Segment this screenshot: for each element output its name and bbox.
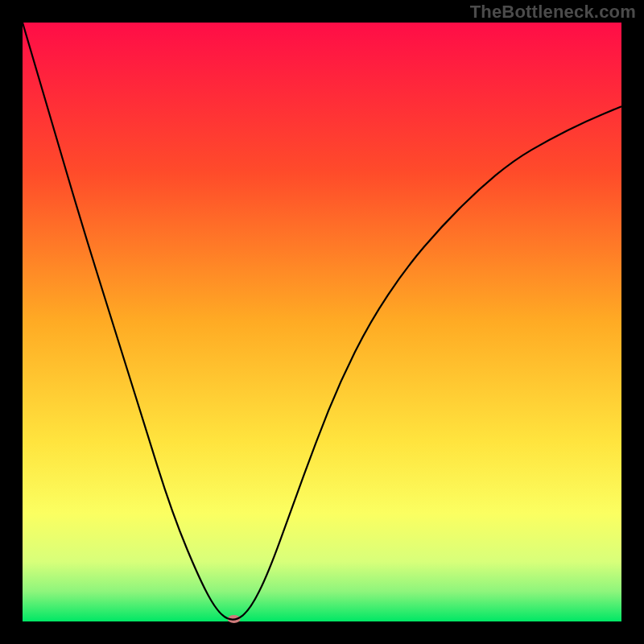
- bottleneck-chart: [0, 0, 644, 644]
- chart-frame: TheBottleneck.com: [0, 0, 644, 644]
- watermark-text: TheBottleneck.com: [470, 2, 636, 23]
